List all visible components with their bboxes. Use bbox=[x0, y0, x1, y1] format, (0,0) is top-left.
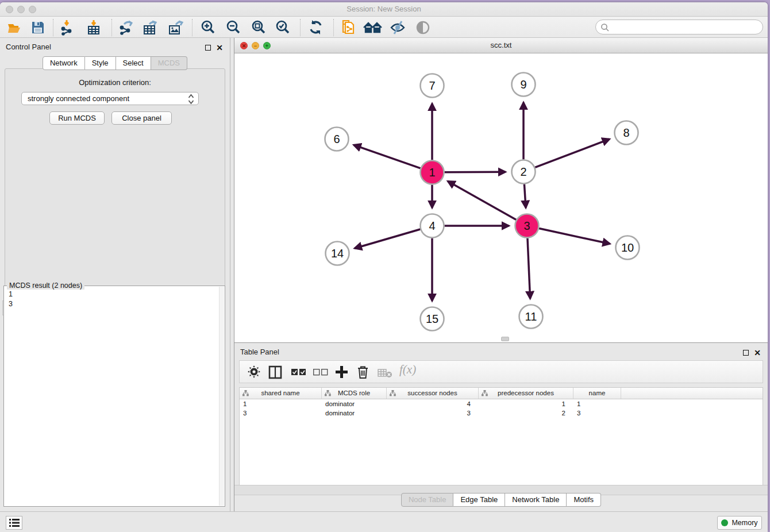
node-8[interactable]: 8 bbox=[615, 121, 638, 145]
node-2[interactable]: 2 bbox=[512, 160, 536, 184]
mcds-result-title: MCDS result (2 nodes) bbox=[7, 282, 84, 290]
control-panel: Control Panel ✕ NetworkStyleSelectMCDS O… bbox=[0, 38, 230, 511]
refresh-icon[interactable] bbox=[308, 20, 324, 36]
session-title: Session: New Session bbox=[0, 5, 768, 13]
add-column-icon[interactable] bbox=[335, 365, 348, 381]
svg-text:6: 6 bbox=[333, 133, 340, 145]
tab-select[interactable]: Select bbox=[116, 56, 151, 70]
network-resize-grip[interactable] bbox=[501, 337, 509, 341]
status-bar: Memory bbox=[0, 511, 768, 532]
settings-gear-icon[interactable] bbox=[248, 365, 260, 380]
delete-column-icon[interactable] bbox=[357, 365, 369, 381]
hide-panel-icon[interactable] bbox=[390, 20, 406, 36]
node-14[interactable]: 14 bbox=[326, 242, 349, 265]
node-4[interactable]: 4 bbox=[421, 214, 444, 238]
tab-style[interactable]: Style bbox=[85, 56, 116, 70]
tab-network-table[interactable]: Network Table bbox=[505, 493, 567, 507]
column-header-predecessor-nodes[interactable]: predecessor nodes bbox=[479, 388, 573, 399]
column-view-icon[interactable] bbox=[268, 365, 282, 381]
memory-button[interactable]: Memory bbox=[717, 516, 762, 530]
svg-text:1: 1 bbox=[429, 166, 435, 179]
table-panel-title: Table Panel bbox=[240, 348, 279, 356]
node-15[interactable]: 15 bbox=[421, 307, 444, 331]
result-scrollbar[interactable] bbox=[219, 287, 224, 506]
edge-3-11[interactable] bbox=[528, 238, 530, 298]
edge-1-6[interactable] bbox=[354, 145, 421, 168]
export-table-icon[interactable] bbox=[143, 20, 159, 36]
copy-network-icon[interactable] bbox=[340, 20, 356, 36]
zoom-out-icon[interactable] bbox=[225, 20, 241, 36]
table-header-row: shared name MCDS role successor nodes pr… bbox=[240, 388, 763, 399]
search-input[interactable] bbox=[612, 21, 759, 33]
edge-3-10[interactable] bbox=[539, 229, 610, 244]
svg-text:14: 14 bbox=[331, 247, 344, 260]
optimization-dropdown[interactable]: strongly connected component bbox=[21, 92, 199, 105]
node-9[interactable]: 9 bbox=[512, 73, 536, 97]
tab-edge-table[interactable]: Edge Table bbox=[453, 493, 505, 507]
table-row[interactable]: 3dominator323 bbox=[240, 408, 763, 418]
edge-3-1[interactable] bbox=[448, 181, 516, 219]
toolbar-separator bbox=[300, 19, 301, 36]
export-network-icon[interactable] bbox=[118, 20, 134, 36]
tab-node-table[interactable]: Node Table bbox=[401, 493, 454, 507]
tab-motifs[interactable]: Motifs bbox=[567, 493, 601, 507]
save-icon[interactable] bbox=[30, 20, 46, 36]
table-panel: Table Panel ✕ f(x) shared name bbox=[234, 342, 768, 511]
zoom-selected-icon[interactable] bbox=[275, 20, 291, 36]
toolbar-separator bbox=[333, 19, 334, 36]
table-cell: 3 bbox=[387, 408, 479, 418]
zoom-fit-icon[interactable] bbox=[251, 20, 267, 36]
open-folder-icon[interactable] bbox=[7, 20, 23, 36]
table-cell: 1 bbox=[573, 399, 621, 408]
float-panel-icon[interactable] bbox=[205, 45, 211, 51]
home-icon[interactable] bbox=[363, 20, 379, 36]
column-header-mcds-role[interactable]: MCDS role bbox=[322, 388, 387, 399]
close-panel-button[interactable]: Close panel bbox=[111, 111, 172, 125]
optimization-value: strongly connected component bbox=[28, 94, 129, 103]
table-cell: 1 bbox=[240, 399, 322, 408]
task-history-button[interactable] bbox=[6, 516, 22, 530]
select-all-icon[interactable] bbox=[291, 368, 306, 379]
delete-table-icon[interactable] bbox=[378, 369, 392, 380]
node-11[interactable]: 11 bbox=[519, 305, 543, 329]
import-network-icon[interactable] bbox=[60, 20, 76, 36]
network-view-window: ✕ − + scc.txt 7968124314101511 bbox=[234, 38, 768, 342]
show-panel-icon[interactable] bbox=[415, 20, 431, 36]
table-cell-empty bbox=[621, 399, 763, 408]
float-table-panel-icon[interactable] bbox=[743, 350, 749, 356]
edge-4-14[interactable] bbox=[355, 229, 420, 248]
node-6[interactable]: 6 bbox=[325, 128, 349, 151]
table-cell-empty bbox=[621, 408, 763, 418]
table-cell: 3 bbox=[573, 408, 621, 418]
mcds-result-lines: 13 bbox=[9, 290, 13, 309]
run-mcds-button[interactable]: Run MCDS bbox=[49, 111, 105, 125]
svg-text:11: 11 bbox=[525, 310, 537, 323]
edge-2-3[interactable] bbox=[524, 184, 526, 207]
control-panel-title: Control Panel bbox=[6, 43, 51, 51]
network-title: scc.txt bbox=[234, 41, 768, 49]
column-header-successor-nodes[interactable]: successor nodes bbox=[387, 388, 479, 399]
import-table-icon[interactable] bbox=[86, 20, 102, 36]
function-builder-icon[interactable]: f(x) bbox=[399, 363, 416, 377]
network-canvas[interactable]: 7968124314101511 bbox=[234, 53, 768, 341]
node-7[interactable]: 7 bbox=[421, 74, 444, 98]
close-table-panel-icon[interactable]: ✕ bbox=[754, 348, 761, 357]
tab-mcds[interactable]: MCDS bbox=[151, 56, 187, 70]
node-3[interactable]: 3 bbox=[515, 214, 539, 238]
svg-text:8: 8 bbox=[623, 126, 629, 139]
node-1[interactable]: 1 bbox=[421, 161, 444, 184]
deselect-all-icon[interactable] bbox=[313, 368, 328, 379]
column-header-shared-name[interactable]: shared name bbox=[240, 388, 322, 399]
tab-network[interactable]: Network bbox=[43, 56, 85, 70]
column-header-name[interactable]: name bbox=[573, 388, 621, 399]
main-titlebar: Session: New Session bbox=[0, 2, 768, 17]
export-image-icon[interactable] bbox=[168, 20, 184, 36]
close-panel-icon[interactable]: ✕ bbox=[216, 43, 223, 52]
table-row[interactable]: 1dominator411 bbox=[240, 399, 763, 408]
node-10[interactable]: 10 bbox=[616, 236, 640, 260]
search-icon bbox=[600, 23, 610, 32]
edge-2-8[interactable] bbox=[535, 139, 609, 167]
mcds-result-box: MCDS result (2 nodes) 13 bbox=[3, 286, 225, 507]
edge-1-2[interactable] bbox=[444, 172, 505, 172]
zoom-in-icon[interactable] bbox=[200, 20, 216, 36]
